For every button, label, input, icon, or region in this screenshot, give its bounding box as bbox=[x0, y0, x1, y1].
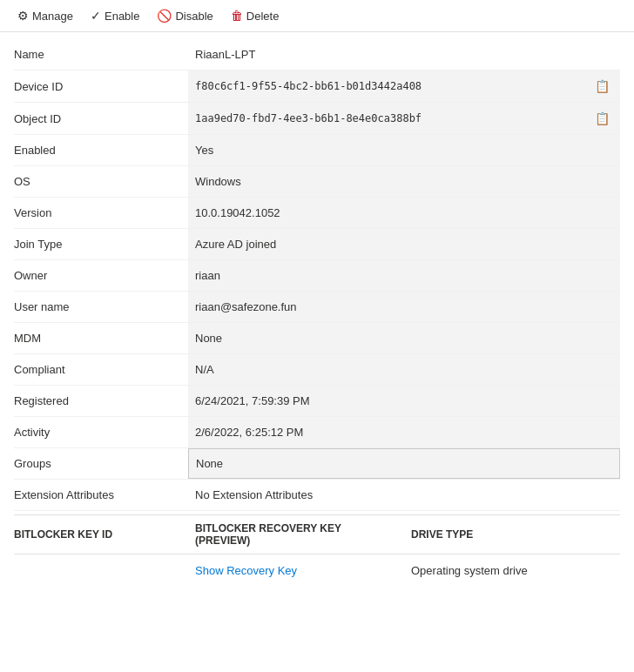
delete-label: Delete bbox=[246, 10, 280, 23]
owner-value: riaan bbox=[188, 260, 620, 291]
os-label: OS bbox=[14, 166, 188, 197]
owner-label: Owner bbox=[14, 260, 188, 291]
name-row: Name RiaanL-LPT bbox=[14, 39, 620, 71]
join-type-value: Azure AD joined bbox=[188, 229, 620, 259]
device-id-row-inner: f80c6cf1-9f55-4bc2-bb61-b01d3442a408 📋 bbox=[195, 77, 613, 95]
delete-button[interactable]: 🗑 Delete bbox=[224, 5, 287, 26]
manage-button[interactable]: ⚙ Manage bbox=[10, 5, 80, 26]
version-value: 10.0.19042.1052 bbox=[188, 198, 620, 228]
bitlocker-key-id-value bbox=[14, 554, 188, 586]
groups-label: Groups bbox=[14, 448, 188, 479]
user-name-label: User name bbox=[14, 292, 188, 322]
object-id-label: Object ID bbox=[14, 103, 188, 134]
ban-icon: 🚫 bbox=[157, 9, 172, 23]
registered-label: Registered bbox=[14, 386, 188, 416]
registered-row: Registered 6/24/2021, 7:59:39 PM bbox=[14, 386, 620, 417]
manage-label: Manage bbox=[32, 10, 73, 23]
device-id-row: Device ID f80c6cf1-9f55-4bc2-bb61-b01d34… bbox=[14, 71, 620, 103]
device-id-value: f80c6cf1-9f55-4bc2-bb61-b01d3442a408 📋 bbox=[188, 71, 620, 102]
registered-value: 6/24/2021, 7:59:39 PM bbox=[188, 386, 620, 416]
enabled-row: Enabled Yes bbox=[14, 135, 620, 166]
bitlocker-header-row: BITLOCKER KEY ID BITLOCKER RECOVERY KEY … bbox=[14, 514, 620, 554]
content-area: Name RiaanL-LPT Device ID f80c6cf1-9f55-… bbox=[0, 32, 634, 593]
bitlocker-drive-type-header: DRIVE TYPE bbox=[404, 515, 620, 554]
disable-label: Disable bbox=[175, 10, 212, 23]
enabled-label: Enabled bbox=[14, 135, 188, 165]
user-name-row: User name riaan@safezone.fun bbox=[14, 292, 620, 323]
mdm-label: MDM bbox=[14, 323, 188, 353]
device-id-text: f80c6cf1-9f55-4bc2-bb61-b01d3442a408 bbox=[195, 80, 422, 92]
user-name-value: riaan@safezone.fun bbox=[188, 292, 620, 322]
name-label: Name bbox=[14, 39, 188, 70]
object-id-row-inner: 1aa9ed70-fbd7-4ee3-b6b1-8e4e0ca388bf 📋 bbox=[195, 110, 613, 127]
activity-label: Activity bbox=[14, 417, 188, 447]
enable-button[interactable]: ✓ Enable bbox=[84, 5, 146, 26]
groups-value: None bbox=[188, 448, 620, 479]
object-id-row: Object ID 1aa9ed70-fbd7-4ee3-b6b1-8e4e0c… bbox=[14, 103, 620, 135]
ext-attr-value: No Extension Attributes bbox=[188, 480, 620, 510]
check-icon: ✓ bbox=[91, 9, 101, 23]
disable-button[interactable]: 🚫 Disable bbox=[150, 5, 219, 26]
bitlocker-key-id-header: BITLOCKER KEY ID bbox=[14, 515, 188, 554]
name-value: RiaanL-LPT bbox=[188, 39, 620, 70]
show-recovery-key-link[interactable]: Show Recovery Key bbox=[188, 554, 404, 586]
object-id-text: 1aa9ed70-fbd7-4ee3-b6b1-8e4e0ca388bf bbox=[195, 112, 422, 124]
device-id-copy-button[interactable]: 📋 bbox=[591, 77, 613, 95]
drive-type-value: Operating system drive bbox=[404, 554, 620, 586]
toolbar: ⚙ Manage ✓ Enable 🚫 Disable 🗑 Delete bbox=[0, 0, 634, 32]
bitlocker-recovery-key-header: BITLOCKER RECOVERY KEY (Preview) bbox=[188, 515, 404, 554]
enable-label: Enable bbox=[105, 10, 139, 23]
compliant-label: Compliant bbox=[14, 354, 188, 385]
ext-attr-label: Extension Attributes bbox=[14, 480, 188, 510]
join-type-label: Join Type bbox=[14, 229, 188, 259]
join-type-row: Join Type Azure AD joined bbox=[14, 229, 620, 260]
activity-value: 2/6/2022, 6:25:12 PM bbox=[188, 417, 620, 447]
object-id-value: 1aa9ed70-fbd7-4ee3-b6b1-8e4e0ca388bf 📋 bbox=[188, 103, 620, 134]
os-row: OS Windows bbox=[14, 166, 620, 198]
bitlocker-data-row: Show Recovery Key Operating system drive bbox=[14, 554, 620, 586]
gear-icon: ⚙ bbox=[17, 9, 29, 23]
os-value: Windows bbox=[188, 166, 620, 197]
groups-row: Groups None bbox=[14, 448, 620, 480]
version-row: Version 10.0.19042.1052 bbox=[14, 198, 620, 229]
ext-attr-row: Extension Attributes No Extension Attrib… bbox=[14, 480, 620, 511]
object-id-copy-button[interactable]: 📋 bbox=[591, 110, 613, 127]
compliant-row: Compliant N/A bbox=[14, 354, 620, 386]
mdm-row: MDM None bbox=[14, 323, 620, 354]
show-recovery-key-anchor[interactable]: Show Recovery Key bbox=[195, 564, 297, 577]
compliant-value: N/A bbox=[188, 354, 620, 385]
version-label: Version bbox=[14, 198, 188, 228]
trash-icon: 🗑 bbox=[231, 9, 243, 23]
device-id-label: Device ID bbox=[14, 71, 188, 102]
enabled-value: Yes bbox=[188, 135, 620, 165]
activity-row: Activity 2/6/2022, 6:25:12 PM bbox=[14, 417, 620, 448]
owner-row: Owner riaan bbox=[14, 260, 620, 292]
mdm-value: None bbox=[188, 323, 620, 353]
